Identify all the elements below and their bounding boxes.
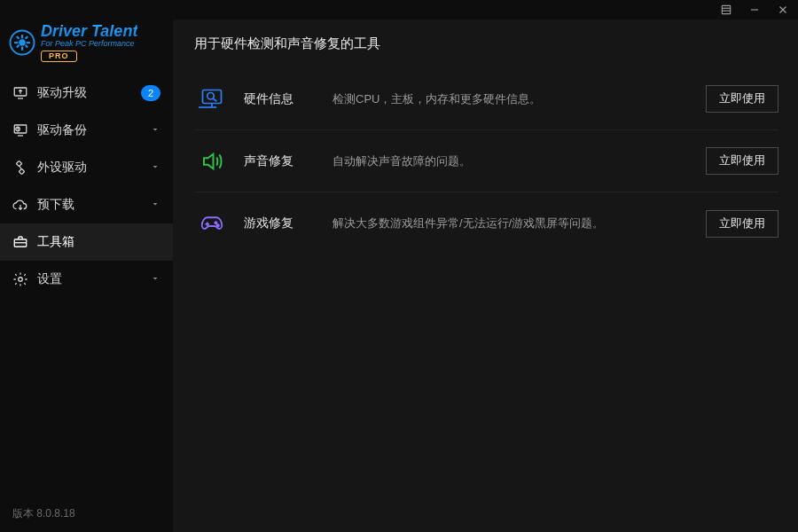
svg-rect-0: [722, 5, 730, 13]
tool-name: 硬件信息: [244, 91, 332, 107]
version-label: 版本 8.0.8.18: [0, 497, 173, 532]
cloud-download-icon: [12, 197, 28, 213]
svg-rect-21: [16, 160, 21, 166]
sidebar: Driver Talent For Peak PC Performance PR…: [0, 20, 173, 532]
sidebar-item-driver-upgrade[interactable]: 驱动升级 2: [0, 74, 173, 112]
brand-text: Driver Talent For Peak PC Performance PR…: [41, 23, 137, 62]
svg-rect-9: [21, 47, 23, 51]
tool-desc: 自动解决声音故障的问题。: [332, 153, 706, 169]
brand-subtitle: For Peak PC Performance: [41, 40, 137, 48]
sidebar-item-label: 驱动备份: [37, 122, 141, 138]
svg-rect-11: [27, 42, 31, 43]
sidebar-item-label: 预下载: [37, 197, 141, 213]
svg-rect-15: [16, 44, 20, 48]
svg-point-7: [19, 39, 26, 46]
sidebar-nav: 驱动升级 2 驱动备份 外设驱动 预: [0, 74, 173, 497]
svg-rect-12: [16, 35, 20, 39]
minimize-icon[interactable]: [747, 2, 763, 18]
monitor-up-icon: [12, 85, 28, 101]
tool-row-sound-repair: 声音修复 自动解决声音故障的问题。 立即使用: [194, 130, 778, 192]
use-now-button[interactable]: 立即使用: [706, 210, 778, 238]
titlebar: [0, 0, 798, 20]
toolbox-icon: [12, 234, 28, 250]
svg-rect-26: [203, 90, 222, 103]
tool-name: 声音修复: [244, 153, 332, 169]
sidebar-item-label: 工具箱: [37, 234, 160, 250]
tool-name: 游戏修复: [244, 215, 332, 231]
svg-line-23: [20, 166, 22, 170]
svg-rect-22: [19, 168, 24, 174]
brand-logo-icon: [9, 29, 35, 56]
close-icon[interactable]: [775, 2, 791, 18]
sidebar-item-label: 设置: [37, 271, 141, 287]
svg-rect-13: [25, 44, 28, 48]
sidebar-item-peripherals[interactable]: 外设驱动: [0, 149, 173, 186]
tool-row-game-repair: 游戏修复 解决大多数游戏组件异常/无法运行/游戏黑屏等问题。 立即使用: [194, 192, 778, 254]
caret-down-icon: [150, 273, 160, 286]
hardware-info-icon: [194, 82, 230, 117]
svg-line-30: [214, 98, 217, 101]
menu-icon[interactable]: [718, 2, 734, 18]
caret-down-icon: [150, 199, 160, 212]
sidebar-item-settings[interactable]: 设置: [0, 261, 173, 298]
use-now-button[interactable]: 立即使用: [706, 147, 778, 175]
svg-rect-14: [25, 35, 28, 39]
svg-point-34: [217, 224, 219, 226]
tool-desc: 解决大多数游戏组件异常/无法运行/游戏黑屏等问题。: [332, 215, 706, 231]
sidebar-item-toolbox[interactable]: 工具箱: [0, 223, 173, 261]
caret-down-icon: [150, 161, 160, 175]
version-number: 8.0.8.18: [36, 507, 74, 520]
backup-icon: [12, 122, 28, 138]
sidebar-item-label: 外设驱动: [37, 160, 141, 176]
svg-rect-8: [21, 35, 23, 39]
version-prefix: 版本: [12, 507, 34, 520]
brand: Driver Talent For Peak PC Performance PR…: [0, 20, 173, 74]
sound-repair-icon: [194, 144, 230, 179]
brand-badge: PRO: [41, 51, 77, 62]
svg-point-33: [215, 222, 216, 223]
svg-rect-10: [14, 42, 19, 43]
gear-icon: [12, 271, 28, 287]
caret-down-icon: [150, 124, 160, 137]
update-count-badge: 2: [141, 85, 160, 101]
sidebar-item-label: 驱动升级: [37, 85, 132, 101]
svg-point-29: [207, 92, 215, 99]
tool-list: 硬件信息 检测CPU，主板，内存和更多硬件信息。 立即使用 声音修复 自动解决声…: [194, 68, 778, 254]
use-now-button[interactable]: 立即使用: [706, 85, 778, 113]
usb-icon: [12, 160, 28, 176]
page-title: 用于硬件检测和声音修复的工具: [194, 35, 778, 52]
app-body: Driver Talent For Peak PC Performance PR…: [0, 20, 798, 532]
tool-row-hardware-info: 硬件信息 检测CPU，主板，内存和更多硬件信息。 立即使用: [194, 68, 778, 130]
tool-desc: 检测CPU，主板，内存和更多硬件信息。: [332, 91, 706, 107]
main-panel: 用于硬件检测和声音修复的工具 硬件信息 检测CPU，主板，内存和更多硬件信息。 …: [173, 20, 798, 532]
brand-title: Driver Talent: [41, 23, 137, 39]
sidebar-item-driver-backup[interactable]: 驱动备份: [0, 112, 173, 149]
sidebar-item-predownload[interactable]: 预下载: [0, 186, 173, 223]
game-repair-icon: [194, 206, 230, 241]
svg-point-25: [19, 278, 23, 282]
